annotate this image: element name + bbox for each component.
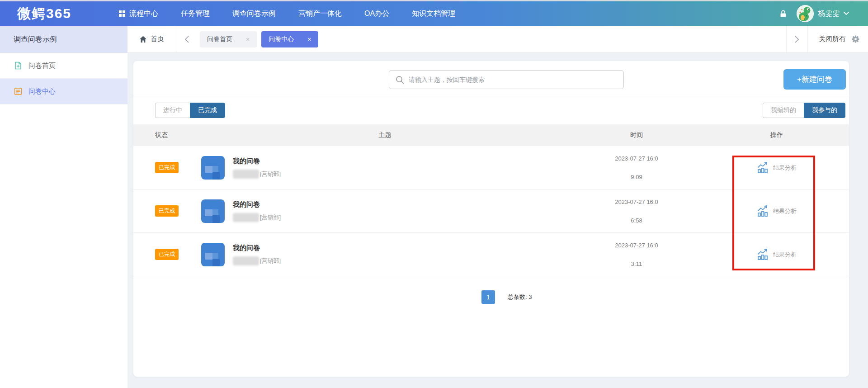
page-tab-label: 问卷中心 xyxy=(269,35,294,43)
column-header-status: 状态 xyxy=(133,131,201,139)
filter-button[interactable]: 已完成 xyxy=(190,103,225,118)
questionnaire-title: 我的问卷 xyxy=(233,244,281,252)
top-nav-item[interactable]: 流程中心 xyxy=(118,9,158,19)
result-analysis-label: 结果分析 xyxy=(773,164,797,172)
redacted-author-name xyxy=(233,256,259,265)
page-tab[interactable]: 问卷首页 × xyxy=(200,31,257,47)
app-header: 微鳄365 流程中心 任务管理 调查问卷示例 营销产一体化 OA办公 知识文档管… xyxy=(0,1,868,26)
status-badge: 已完成 xyxy=(155,249,179,260)
close-all-tabs[interactable]: 关闭所有 xyxy=(807,26,868,52)
doc-add-icon xyxy=(14,61,23,70)
questionnaire-title: 我的问卷 xyxy=(233,157,281,166)
subject-cell: 我的问卷 [营销部] xyxy=(201,199,569,223)
user-menu[interactable]: 杨雯雯 xyxy=(797,5,849,22)
top-nav-item-label: 知识文档管理 xyxy=(412,9,455,19)
top-nav-item[interactable]: 知识文档管理 xyxy=(412,9,455,19)
tabs-scroll-right[interactable] xyxy=(786,26,807,52)
app-logo: 微鳄365 xyxy=(17,5,71,23)
questionnaire-thumbnail xyxy=(201,243,225,266)
status-filter-group: 进行中 已完成 xyxy=(155,103,225,118)
subject-cell: 我的问卷 [营销部] xyxy=(201,156,569,180)
result-analysis-button[interactable]: 结果分析 xyxy=(704,162,849,174)
department-label: [营销部] xyxy=(260,213,281,222)
user-name: 杨雯雯 xyxy=(818,9,840,19)
search-input[interactable] xyxy=(409,76,617,83)
filter-button[interactable]: 我参与的 xyxy=(804,103,845,118)
sidebar-item[interactable]: 问卷首页 xyxy=(0,53,127,79)
status-badge: 已完成 xyxy=(155,205,179,217)
redacted-author-name xyxy=(233,170,259,179)
status-cell: 已完成 xyxy=(133,205,201,217)
top-nav-item-label: OA办公 xyxy=(364,9,389,19)
time-cell: 2023-07-27 16:0 9:09 xyxy=(569,155,704,180)
row-date: 2023-07-27 16:0 xyxy=(615,242,658,249)
close-all-label: 关闭所有 xyxy=(819,35,846,43)
grid-icon xyxy=(118,10,126,17)
page-tab[interactable]: 问卷中心 × xyxy=(261,31,318,47)
top-nav-item-label: 任务管理 xyxy=(181,9,210,19)
table-row: 已完成 我的问卷 [营销部] 2023-07-27 16:0 9:09 xyxy=(133,146,849,189)
top-nav-item-label: 营销产一体化 xyxy=(298,9,342,19)
divider xyxy=(133,96,849,96)
form-list-icon xyxy=(14,87,23,96)
lock-icon[interactable] xyxy=(779,9,788,18)
avatar xyxy=(797,5,814,22)
top-nav-item[interactable]: 营销产一体化 xyxy=(298,9,342,19)
questionnaire-thumbnail xyxy=(201,156,225,180)
result-analysis-button[interactable]: 结果分析 xyxy=(704,249,849,260)
tabs-scroll-left[interactable] xyxy=(176,26,197,52)
bar-chart-icon xyxy=(757,205,769,217)
chevron-right-icon xyxy=(795,36,799,43)
tab-bar: 首页 问卷首页 × 问卷中心 × 关闭所有 xyxy=(127,26,868,53)
bar-chart-icon xyxy=(757,249,769,260)
filter-button[interactable]: 进行中 xyxy=(155,103,190,118)
tab-strip: 问卷首页 × 问卷中心 × xyxy=(200,31,318,47)
questionnaire-thumbnail xyxy=(201,199,225,223)
new-questionnaire-button[interactable]: +新建问卷 xyxy=(783,69,846,90)
table-header: 状态 主题 时间 操作 xyxy=(133,124,849,146)
search-box xyxy=(389,70,624,89)
column-header-time: 时间 xyxy=(569,131,704,139)
status-cell: 已完成 xyxy=(133,249,201,260)
row-time: 9:09 xyxy=(631,174,642,180)
tab-close-icon[interactable]: × xyxy=(307,36,311,43)
row-time: 3:11 xyxy=(631,260,642,267)
page-tab-label: 问卷首页 xyxy=(207,35,232,43)
scope-filter-group: 我编辑的 我参与的 xyxy=(763,103,845,118)
result-analysis-label: 结果分析 xyxy=(773,207,797,215)
breadcrumb-home[interactable]: 首页 xyxy=(127,26,176,52)
department-label: [营销部] xyxy=(260,170,281,178)
row-date: 2023-07-27 16:0 xyxy=(615,155,658,162)
table-row: 已完成 我的问卷 [营销部] 2023-07-27 16:0 6:58 xyxy=(133,189,849,233)
top-nav-item[interactable]: 调查问卷示例 xyxy=(232,9,276,19)
pagination: 1 总条数: 3 xyxy=(481,290,532,304)
sidebar-item[interactable]: 问卷中心 xyxy=(0,79,127,104)
sidebar: 调查问卷示例 问卷首页 问卷中心 xyxy=(0,26,127,388)
department-label: [营销部] xyxy=(260,257,281,265)
subject-cell: 我的问卷 [营销部] xyxy=(201,243,569,266)
gear-icon[interactable] xyxy=(851,35,860,43)
table-row: 已完成 我的问卷 [营销部] 2023-07-27 16:0 3:11 xyxy=(133,233,849,276)
top-nav-item-label: 调查问卷示例 xyxy=(232,9,276,19)
row-time: 6:58 xyxy=(631,217,642,224)
row-date: 2023-07-27 16:0 xyxy=(615,199,658,205)
status-cell: 已完成 xyxy=(133,162,201,173)
home-icon xyxy=(139,36,147,43)
column-header-subject: 主题 xyxy=(201,131,569,139)
redacted-author-name xyxy=(233,213,259,222)
time-cell: 2023-07-27 16:0 3:11 xyxy=(569,242,704,267)
tabbar-right: 关闭所有 xyxy=(786,26,868,52)
filter-button[interactable]: 我编辑的 xyxy=(763,103,804,118)
result-analysis-label: 结果分析 xyxy=(773,251,797,259)
top-nav-item[interactable]: 任务管理 xyxy=(181,9,210,19)
questionnaire-title: 我的问卷 xyxy=(233,200,281,209)
result-analysis-button[interactable]: 结果分析 xyxy=(704,205,849,217)
top-nav-item[interactable]: OA办公 xyxy=(364,9,389,19)
header-right: 杨雯雯 xyxy=(779,5,849,22)
chevron-left-icon xyxy=(184,36,189,43)
sidebar-menu: 问卷首页 问卷中心 xyxy=(0,53,127,104)
page-number-button[interactable]: 1 xyxy=(481,290,495,304)
bar-chart-icon xyxy=(757,162,769,174)
total-count-label: 总条数: 3 xyxy=(508,293,532,301)
tab-close-icon[interactable]: × xyxy=(246,36,250,43)
